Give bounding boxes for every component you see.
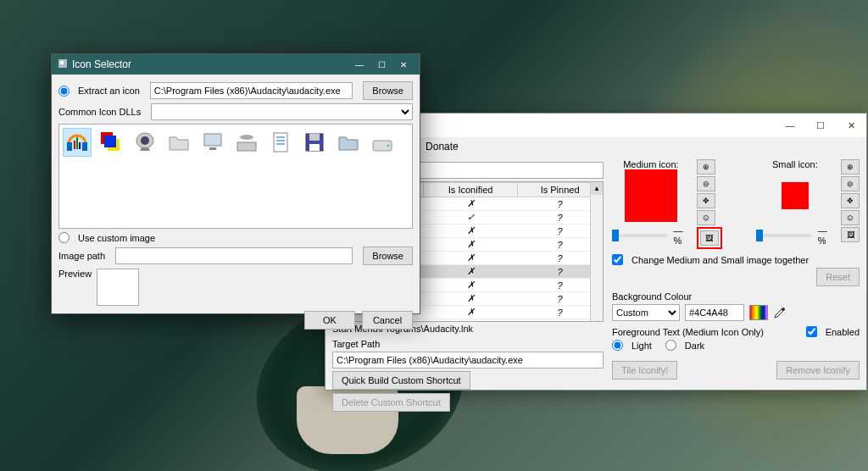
medium-slider[interactable] <box>612 234 667 237</box>
dialog-close-button[interactable]: ✕ <box>392 57 415 72</box>
medium-icon-preview <box>625 169 677 222</box>
change-together-checkbox[interactable] <box>612 254 623 265</box>
ok-button[interactable]: OK <box>304 311 355 330</box>
custom-image-label: Use custom image <box>78 233 155 243</box>
svg-rect-4 <box>82 142 87 151</box>
close-button[interactable]: ✕ <box>836 114 866 137</box>
svg-rect-22 <box>309 134 320 141</box>
small-pct: —% <box>818 225 834 246</box>
drive2-icon[interactable] <box>368 128 397 157</box>
svg-rect-15 <box>237 142 256 151</box>
change-image-button-highlight: 🖼 <box>697 227 722 249</box>
bg-colour-label: Background Colour <box>612 291 860 302</box>
extract-label: Extract an icon <box>78 86 140 96</box>
webcam-icon[interactable] <box>131 128 159 157</box>
preview-box <box>97 269 139 306</box>
pan-icon[interactable]: ✥ <box>697 193 715 208</box>
change-small-image-button[interactable]: 🖼 <box>841 227 860 242</box>
target-path-input[interactable] <box>332 352 604 368</box>
document-icon[interactable] <box>266 128 295 157</box>
remove-iconify-button[interactable]: Remove Iconify <box>776 361 860 380</box>
reset-button[interactable]: Reset <box>816 268 860 286</box>
dark-label: Dark <box>685 341 704 351</box>
tile-iconify-button[interactable]: Tile Iconify! <box>612 361 677 380</box>
dialog-minimize-button[interactable]: — <box>348 57 370 72</box>
small-icon-label: Small icon: <box>772 159 818 169</box>
light-radio[interactable] <box>612 340 623 351</box>
icon-grid[interactable] <box>58 124 413 229</box>
target-path-label: Target Path <box>332 339 604 349</box>
computer-icon[interactable] <box>198 128 227 157</box>
folder2-icon[interactable] <box>334 128 363 157</box>
svg-rect-6 <box>76 137 78 149</box>
browse-image-button[interactable]: Browse <box>363 247 413 265</box>
svg-rect-17 <box>274 133 287 152</box>
colour-swatch-icon[interactable] <box>749 305 768 320</box>
extract-path-input[interactable] <box>150 82 353 99</box>
table-scrollbar[interactable]: ▲ <box>590 182 603 321</box>
zoom-in-small-icon[interactable]: ⊕ <box>841 159 860 175</box>
dialog-icon <box>57 58 69 72</box>
svg-rect-13 <box>204 134 221 146</box>
fg-text-label: Foreground Text (Medium Icon Only) <box>612 327 764 337</box>
eyedropper-icon[interactable] <box>773 306 787 319</box>
enabled-label: Enabled <box>826 327 860 337</box>
menu-donate[interactable]: Donate <box>426 141 459 152</box>
folder-icon[interactable] <box>164 128 193 157</box>
light-label: Light <box>632 341 652 351</box>
preview-label: Preview <box>58 269 92 279</box>
zoom-out-icon[interactable]: ⊖ <box>697 176 715 191</box>
browse-exe-button[interactable]: Browse <box>363 81 413 100</box>
squares-icon[interactable] <box>97 128 125 157</box>
common-dlls-select[interactable] <box>151 103 413 120</box>
dark-radio[interactable] <box>665 340 676 351</box>
image-path-label: Image path <box>58 251 105 261</box>
common-dlls-label: Common Icon DLLs <box>58 107 141 117</box>
svg-rect-10 <box>104 136 116 147</box>
headphones-icon[interactable] <box>63 128 92 157</box>
svg-point-25 <box>387 145 390 147</box>
dialog-maximize-button[interactable]: ☐ <box>370 57 392 72</box>
custom-image-radio[interactable] <box>58 232 70 243</box>
center-icon[interactable]: ⊙ <box>697 210 715 225</box>
drive-icon[interactable] <box>232 128 261 157</box>
zoom-out-small-icon[interactable]: ⊖ <box>841 176 860 191</box>
minimize-button[interactable]: — <box>775 114 805 137</box>
quick-build-button[interactable]: Quick Build Custom Shortcut <box>332 371 470 390</box>
maximize-button[interactable]: ☐ <box>805 114 836 137</box>
medium-pct: —% <box>674 225 690 246</box>
change-together-label: Change Medium and Small image together <box>632 255 809 265</box>
dialog-title: Icon Selector <box>72 58 131 70</box>
small-slider[interactable] <box>756 234 811 237</box>
floppy-icon[interactable] <box>300 128 329 157</box>
cancel-button[interactable]: Cancel <box>362 311 413 330</box>
medium-icon-label: Medium icon: <box>623 159 678 169</box>
icon-selector-dialog: Icon Selector — ☐ ✕ Extract an icon Brow… <box>51 53 420 314</box>
bg-colour-hex[interactable] <box>685 304 744 321</box>
scroll-up-icon[interactable]: ▲ <box>591 182 603 195</box>
svg-rect-14 <box>209 147 216 150</box>
zoom-in-icon[interactable]: ⊕ <box>697 159 715 175</box>
svg-point-0 <box>782 308 785 311</box>
image-path-input[interactable] <box>115 247 353 264</box>
svg-rect-3 <box>67 142 72 151</box>
change-image-button[interactable]: 🖼 <box>700 230 719 246</box>
extract-radio[interactable] <box>58 86 70 97</box>
dialog-titlebar[interactable]: Icon Selector — ☐ ✕ <box>52 54 420 75</box>
small-icon-preview <box>782 182 809 209</box>
svg-point-16 <box>240 135 253 140</box>
col-is-iconified[interactable]: Is Iconified <box>423 183 517 197</box>
svg-point-12 <box>141 136 149 145</box>
delete-custom-button[interactable]: Delete Custom Shortcut <box>332 393 450 412</box>
svg-rect-2 <box>60 61 64 64</box>
bg-colour-select[interactable]: Custom <box>612 304 680 321</box>
svg-rect-5 <box>74 141 75 149</box>
enabled-checkbox[interactable] <box>806 326 817 337</box>
center-small-icon[interactable]: ⊙ <box>841 210 860 225</box>
svg-rect-7 <box>79 142 81 149</box>
pan-small-icon[interactable]: ✥ <box>841 193 860 208</box>
svg-rect-23 <box>309 144 320 151</box>
